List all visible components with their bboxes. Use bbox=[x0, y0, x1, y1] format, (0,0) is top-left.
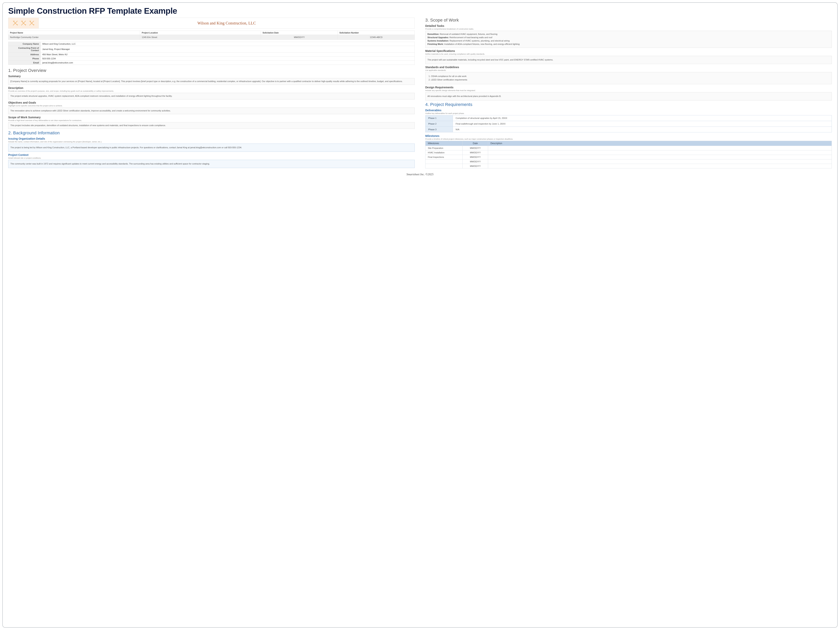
milestone-name bbox=[425, 164, 463, 168]
field-value: 503-555-1234 bbox=[41, 57, 415, 61]
project-context-hint: Detail relevant site or project conditio… bbox=[8, 157, 415, 159]
page-title: Simple Construction RFP Template Example bbox=[8, 6, 832, 16]
section-1-heading: 1. Project Overview bbox=[8, 68, 415, 73]
description-box: The project entails structural upgrades,… bbox=[8, 93, 415, 100]
table-row: Contracting Point of ContactJamal King, … bbox=[8, 46, 415, 52]
value: MM/DD/YY bbox=[261, 35, 338, 40]
summary-heading: Summary bbox=[8, 74, 415, 78]
milestone-date: MM/DD/YY bbox=[463, 146, 488, 150]
sow-summary-heading: Scope of Work Summary bbox=[8, 116, 415, 119]
design-req-box: All renovations must align with the arch… bbox=[425, 92, 832, 100]
task-line: Finishing Work: Installation of ADA-comp… bbox=[428, 43, 830, 46]
project-info-row: Project Name Northridge Community Center… bbox=[8, 30, 415, 40]
value: 1245 Elm Street bbox=[140, 35, 261, 40]
field-label: Phone bbox=[8, 57, 41, 61]
design-req-heading: Design Requirements bbox=[425, 86, 832, 89]
field-value: Wilson and King Construction, LLC bbox=[41, 42, 415, 46]
milestone-desc bbox=[488, 155, 832, 159]
table-row: Phase 3N/A bbox=[425, 127, 832, 132]
list-item: OSHA compliance for all on-site work bbox=[431, 74, 830, 78]
logo-cell bbox=[8, 18, 39, 28]
milestone-date: MM/DD/YY bbox=[463, 159, 488, 164]
design-req-hint: Include any specific design elements tha… bbox=[425, 89, 832, 92]
summary-box: [Company Name] is currently accepting pr… bbox=[8, 78, 415, 85]
standards-hint: List applicable standards. bbox=[425, 69, 832, 71]
company-name-banner: Wilson and King Construction, LLC bbox=[39, 18, 415, 28]
detailed-tasks-heading: Detailed Tasks bbox=[425, 24, 832, 27]
milestones-heading: Milestones bbox=[425, 135, 832, 138]
footer-text: Smartsheet Inc. ©2025 bbox=[8, 173, 832, 176]
milestone-name: Final Inspections bbox=[425, 155, 463, 159]
tools-icon bbox=[12, 20, 19, 27]
objectives-hint: Highlight some specific outcomes that th… bbox=[8, 104, 415, 107]
phase-cell: Phase 1 bbox=[425, 115, 453, 121]
org-details-hint: Include the name, contact information, a… bbox=[8, 141, 415, 143]
standards-box: OSHA compliance for all on-site workLEED… bbox=[425, 72, 832, 84]
field-value: 456 Main Street, Metro NJ bbox=[41, 52, 415, 57]
table-row: MM/DD/YY bbox=[425, 159, 832, 164]
milestone-desc bbox=[488, 164, 832, 168]
milestone-desc bbox=[488, 159, 832, 164]
label: Solicitation Date bbox=[261, 31, 338, 35]
table-row: Company NameWilson and King Construction… bbox=[8, 42, 415, 46]
materials-box: The project will use sustainable materia… bbox=[425, 56, 832, 64]
milestone-date: MM/DD/YY bbox=[463, 164, 488, 168]
field-value: Jamal King, Project Manager bbox=[41, 46, 415, 52]
project-context-box: The community center was built in 1972 a… bbox=[8, 160, 415, 168]
table-row: Final InspectionsMM/DD/YY bbox=[425, 155, 832, 159]
objectives-heading: Objectives and Goals bbox=[8, 101, 415, 104]
solicitation-date-col: Solicitation Date MM/DD/YY bbox=[261, 31, 338, 40]
description-hint: Provide an overview of the project's pur… bbox=[8, 90, 415, 92]
project-context-heading: Project Context bbox=[8, 154, 415, 157]
objectives-box: The renovation aims to achieve complianc… bbox=[8, 108, 415, 114]
document-page: Simple Construction RFP Template Example… bbox=[2, 2, 838, 628]
list-item: LEED Silver certification requirements bbox=[431, 78, 830, 82]
project-name-col: Project Name Northridge Community Center bbox=[8, 31, 140, 40]
org-details-heading: Issuing Organization Details bbox=[8, 137, 415, 140]
detailed-tasks-hint: Provide a comprehensive breakdown of con… bbox=[425, 28, 832, 30]
label: Solicitation Number bbox=[338, 31, 415, 35]
table-row: HVAC InstallationMM/DD/YY bbox=[425, 150, 832, 155]
milestone-date: MM/DD/YY bbox=[463, 155, 488, 159]
value: 12345-ABCD bbox=[338, 35, 415, 40]
value: Northridge Community Center bbox=[8, 35, 140, 40]
table-header: Date bbox=[463, 141, 488, 146]
deliverables-table: Phase 1Completion of structural upgrades… bbox=[425, 115, 832, 132]
table-header: Description bbox=[488, 141, 832, 146]
field-label: Email bbox=[8, 61, 41, 65]
desc-cell: Final walkthrough and inspection by June… bbox=[453, 121, 832, 127]
field-label: Company Name bbox=[8, 42, 41, 46]
desc-cell: N/A bbox=[453, 127, 832, 132]
tools-icon bbox=[20, 20, 27, 27]
phase-cell: Phase 3 bbox=[425, 127, 453, 132]
description-heading: Description bbox=[8, 86, 415, 90]
milestones-hint: Provide a timeline of critical project m… bbox=[425, 138, 832, 140]
table-row: Site PreparationMM/DD/YY bbox=[425, 146, 832, 150]
table-row: Phone503-555-1234 bbox=[8, 57, 415, 61]
table-row: Emailjamal.king@wkconstruction.com bbox=[8, 61, 415, 65]
table-row: Address456 Main Street, Metro NJ bbox=[8, 52, 415, 57]
materials-heading: Material Specifications bbox=[425, 49, 832, 52]
section-3-heading: 3. Scope of Work bbox=[425, 17, 832, 23]
table-header: Milestones bbox=[425, 141, 463, 146]
standards-heading: Standards and Guidelines bbox=[425, 66, 832, 69]
detailed-tasks-box: Demolition: Removal of outdated HVAC equ… bbox=[425, 31, 832, 48]
org-details-box: The project is being led by Wilson and K… bbox=[8, 144, 415, 152]
solicitation-number-col: Solicitation Number 12345-ABCD bbox=[338, 31, 415, 40]
field-value: jamal.king@wkconstruction.com bbox=[41, 61, 415, 65]
milestone-date: MM/DD/YY bbox=[463, 150, 488, 155]
sow-summary-box: This project includes site preparation, … bbox=[8, 122, 415, 129]
label: Project Location bbox=[140, 31, 261, 35]
task-line: Structural Upgrades: Reinforcement of lo… bbox=[428, 36, 830, 39]
task-line: Demolition: Removal of outdated HVAC equ… bbox=[428, 33, 830, 36]
task-line: Systems Installation: Replacement of HVA… bbox=[428, 40, 830, 43]
desc-cell: Completion of structural upgrades by Apr… bbox=[453, 115, 832, 121]
left-column: Wilson and King Construction, LLC Projec… bbox=[8, 17, 415, 169]
label: Project Name bbox=[8, 31, 140, 35]
milestones-table: Milestones Date Description Site Prepara… bbox=[425, 141, 832, 168]
table-row: MM/DD/YY bbox=[425, 164, 832, 168]
field-label: Contracting Point of Contact bbox=[8, 46, 41, 52]
tools-icon bbox=[28, 20, 35, 27]
deliverables-heading: Deliverables bbox=[425, 109, 832, 112]
sow-summary-hint: Provide a high-level overview of key del… bbox=[8, 119, 415, 122]
